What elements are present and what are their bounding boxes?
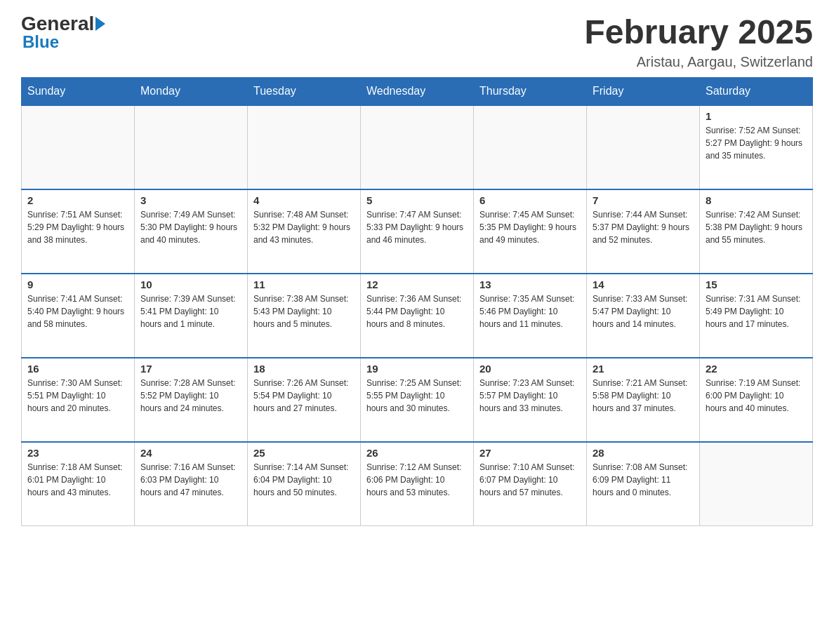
calendar-day-cell: 28Sunrise: 7:08 AM Sunset: 6:09 PM Dayli… xyxy=(587,442,700,526)
calendar-week-row: 2Sunrise: 7:51 AM Sunset: 5:29 PM Daylig… xyxy=(22,189,813,274)
calendar-day-cell: 21Sunrise: 7:21 AM Sunset: 5:58 PM Dayli… xyxy=(587,358,700,442)
day-number: 10 xyxy=(140,279,241,290)
calendar-day-cell xyxy=(700,442,813,526)
calendar-header-tuesday: Tuesday xyxy=(248,77,361,105)
day-info: Sunrise: 7:21 AM Sunset: 5:58 PM Dayligh… xyxy=(593,377,694,415)
calendar-day-cell: 7Sunrise: 7:44 AM Sunset: 5:37 PM Daylig… xyxy=(587,189,700,274)
calendar-header-saturday: Saturday xyxy=(700,77,813,105)
day-number: 3 xyxy=(140,194,241,206)
day-number: 22 xyxy=(706,363,807,375)
calendar-day-cell: 17Sunrise: 7:28 AM Sunset: 5:52 PM Dayli… xyxy=(135,358,248,442)
calendar-header-sunday: Sunday xyxy=(22,77,135,105)
day-info: Sunrise: 7:38 AM Sunset: 5:43 PM Dayligh… xyxy=(253,293,355,330)
day-number: 7 xyxy=(593,194,694,206)
day-info: Sunrise: 7:18 AM Sunset: 6:01 PM Dayligh… xyxy=(27,461,128,499)
day-info: Sunrise: 7:49 AM Sunset: 5:30 PM Dayligh… xyxy=(140,208,241,246)
calendar-day-cell: 10Sunrise: 7:39 AM Sunset: 5:41 PM Dayli… xyxy=(135,274,248,358)
day-number: 28 xyxy=(593,447,694,459)
calendar-day-cell: 11Sunrise: 7:38 AM Sunset: 5:43 PM Dayli… xyxy=(248,274,361,358)
calendar-header-thursday: Thursday xyxy=(474,77,587,105)
calendar-day-cell: 12Sunrise: 7:36 AM Sunset: 5:44 PM Dayli… xyxy=(361,274,474,358)
day-number: 1 xyxy=(706,110,807,122)
calendar-day-cell: 2Sunrise: 7:51 AM Sunset: 5:29 PM Daylig… xyxy=(22,189,135,274)
day-info: Sunrise: 7:41 AM Sunset: 5:40 PM Dayligh… xyxy=(27,293,128,330)
day-info: Sunrise: 7:51 AM Sunset: 5:29 PM Dayligh… xyxy=(27,208,128,246)
day-number: 16 xyxy=(27,363,128,375)
day-number: 27 xyxy=(479,447,581,459)
day-info: Sunrise: 7:45 AM Sunset: 5:35 PM Dayligh… xyxy=(479,208,581,246)
calendar-header-row: SundayMondayTuesdayWednesdayThursdayFrid… xyxy=(22,77,813,105)
calendar-day-cell: 14Sunrise: 7:33 AM Sunset: 5:47 PM Dayli… xyxy=(587,274,700,358)
calendar-table: SundayMondayTuesdayWednesdayThursdayFrid… xyxy=(21,77,813,527)
page-header: General Blue February 2025 Aristau, Aarg… xyxy=(21,14,813,70)
day-number: 2 xyxy=(27,194,128,206)
day-number: 6 xyxy=(479,194,581,206)
calendar-day-cell: 22Sunrise: 7:19 AM Sunset: 6:00 PM Dayli… xyxy=(700,358,813,442)
logo-blue-text: Blue xyxy=(22,34,59,51)
calendar-day-cell: 4Sunrise: 7:48 AM Sunset: 5:32 PM Daylig… xyxy=(248,189,361,274)
day-info: Sunrise: 7:52 AM Sunset: 5:27 PM Dayligh… xyxy=(706,124,807,162)
day-info: Sunrise: 7:08 AM Sunset: 6:09 PM Dayligh… xyxy=(593,461,694,499)
calendar-day-cell: 16Sunrise: 7:30 AM Sunset: 5:51 PM Dayli… xyxy=(22,358,135,442)
calendar-week-row: 16Sunrise: 7:30 AM Sunset: 5:51 PM Dayli… xyxy=(22,358,813,442)
calendar-day-cell xyxy=(361,105,474,189)
calendar-day-cell: 23Sunrise: 7:18 AM Sunset: 6:01 PM Dayli… xyxy=(22,442,135,526)
day-info: Sunrise: 7:44 AM Sunset: 5:37 PM Dayligh… xyxy=(593,208,694,246)
day-info: Sunrise: 7:14 AM Sunset: 6:04 PM Dayligh… xyxy=(253,461,355,499)
calendar-day-cell: 3Sunrise: 7:49 AM Sunset: 5:30 PM Daylig… xyxy=(135,189,248,274)
calendar-day-cell: 13Sunrise: 7:35 AM Sunset: 5:46 PM Dayli… xyxy=(474,274,587,358)
calendar-day-cell: 25Sunrise: 7:14 AM Sunset: 6:04 PM Dayli… xyxy=(248,442,361,526)
location: Aristau, Aargau, Switzerland xyxy=(584,54,813,70)
day-info: Sunrise: 7:23 AM Sunset: 5:57 PM Dayligh… xyxy=(479,377,581,415)
day-info: Sunrise: 7:30 AM Sunset: 5:51 PM Dayligh… xyxy=(27,377,128,415)
day-info: Sunrise: 7:35 AM Sunset: 5:46 PM Dayligh… xyxy=(479,293,581,330)
calendar-day-cell: 20Sunrise: 7:23 AM Sunset: 5:57 PM Dayli… xyxy=(474,358,587,442)
calendar-header-monday: Monday xyxy=(135,77,248,105)
logo: General Blue xyxy=(21,14,105,51)
day-info: Sunrise: 7:26 AM Sunset: 5:54 PM Dayligh… xyxy=(253,377,355,415)
title-block: February 2025 Aristau, Aargau, Switzerla… xyxy=(584,14,813,70)
calendar-header-wednesday: Wednesday xyxy=(361,77,474,105)
day-number: 20 xyxy=(479,363,581,375)
day-number: 14 xyxy=(593,279,694,290)
day-info: Sunrise: 7:16 AM Sunset: 6:03 PM Dayligh… xyxy=(140,461,241,499)
day-number: 4 xyxy=(253,194,355,206)
calendar-day-cell: 18Sunrise: 7:26 AM Sunset: 5:54 PM Dayli… xyxy=(248,358,361,442)
day-number: 26 xyxy=(366,447,468,459)
calendar-day-cell: 26Sunrise: 7:12 AM Sunset: 6:06 PM Dayli… xyxy=(361,442,474,526)
calendar-day-cell: 15Sunrise: 7:31 AM Sunset: 5:49 PM Dayli… xyxy=(700,274,813,358)
day-number: 11 xyxy=(253,279,355,290)
day-info: Sunrise: 7:33 AM Sunset: 5:47 PM Dayligh… xyxy=(593,293,694,330)
logo-general-text: General xyxy=(21,14,94,34)
calendar-week-row: 1Sunrise: 7:52 AM Sunset: 5:27 PM Daylig… xyxy=(22,105,813,189)
day-info: Sunrise: 7:25 AM Sunset: 5:55 PM Dayligh… xyxy=(366,377,468,415)
day-info: Sunrise: 7:31 AM Sunset: 5:49 PM Dayligh… xyxy=(706,293,807,330)
day-number: 9 xyxy=(27,279,128,290)
day-info: Sunrise: 7:12 AM Sunset: 6:06 PM Dayligh… xyxy=(366,461,468,499)
day-number: 12 xyxy=(366,279,468,290)
month-title: February 2025 xyxy=(584,14,813,51)
day-info: Sunrise: 7:36 AM Sunset: 5:44 PM Dayligh… xyxy=(366,293,468,330)
day-number: 18 xyxy=(253,363,355,375)
calendar-header-friday: Friday xyxy=(587,77,700,105)
day-info: Sunrise: 7:47 AM Sunset: 5:33 PM Dayligh… xyxy=(366,208,468,246)
day-number: 8 xyxy=(706,194,807,206)
calendar-day-cell xyxy=(22,105,135,189)
day-info: Sunrise: 7:39 AM Sunset: 5:41 PM Dayligh… xyxy=(140,293,241,330)
calendar-week-row: 9Sunrise: 7:41 AM Sunset: 5:40 PM Daylig… xyxy=(22,274,813,358)
calendar-day-cell xyxy=(248,105,361,189)
day-number: 23 xyxy=(27,447,128,459)
logo-arrow-icon xyxy=(95,17,105,31)
day-number: 15 xyxy=(706,279,807,290)
day-number: 21 xyxy=(593,363,694,375)
day-number: 5 xyxy=(366,194,468,206)
calendar-day-cell: 19Sunrise: 7:25 AM Sunset: 5:55 PM Dayli… xyxy=(361,358,474,442)
day-info: Sunrise: 7:48 AM Sunset: 5:32 PM Dayligh… xyxy=(253,208,355,246)
calendar-day-cell: 24Sunrise: 7:16 AM Sunset: 6:03 PM Dayli… xyxy=(135,442,248,526)
calendar-day-cell xyxy=(587,105,700,189)
calendar-day-cell xyxy=(135,105,248,189)
day-number: 13 xyxy=(479,279,581,290)
day-info: Sunrise: 7:28 AM Sunset: 5:52 PM Dayligh… xyxy=(140,377,241,415)
day-info: Sunrise: 7:19 AM Sunset: 6:00 PM Dayligh… xyxy=(706,377,807,415)
day-number: 17 xyxy=(140,363,241,375)
